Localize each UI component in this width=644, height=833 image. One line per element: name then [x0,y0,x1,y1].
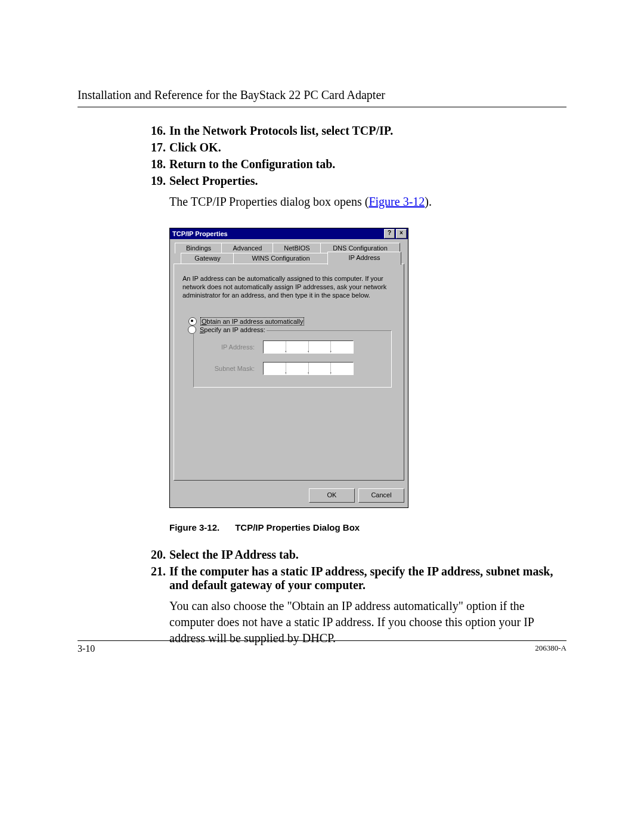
step-text: In the Network Protocols list, select TC… [169,124,393,138]
close-icon[interactable]: × [396,229,407,239]
tab-ipaddress[interactable]: IP Address [327,252,401,265]
subnet-mask-input[interactable] [263,362,354,375]
steps-block-2: 20.Select the IP Address tab. 21.If the … [78,548,566,592]
step-text: Select the IP Address tab. [169,548,299,562]
page-number: 3-10 [78,643,95,654]
ip-address-label: IP Address: [201,343,255,351]
radio-icon [188,326,196,334]
ok-button[interactable]: OK [309,488,355,503]
step-number: 16. [148,124,166,138]
step-number: 20. [148,548,166,562]
tab-advanced[interactable]: Advanced [221,243,274,253]
subnet-mask-label: Subnet Mask: [201,365,255,372]
running-header: Installation and Reference for the BaySt… [78,88,566,102]
step-text: Select Properties. [169,174,258,188]
figure-caption: Figure 3-12.TCP/IP Properties Dialog Box [169,522,566,532]
dialog-title: TCP/IP Properties [172,230,228,237]
step-number: 18. [148,157,166,171]
steps-block-1: 16.In the Network Protocols list, select… [78,124,566,188]
radio-specify[interactable]: Specify an IP address: [200,326,265,333]
panel-description: An IP address can be automatically assig… [182,275,395,299]
figure-dialog: TCP/IP Properties ? × Bindings Advanced … [169,228,566,508]
step-text: Return to the Configuration tab. [169,157,335,171]
document-number: 206380-A [535,643,566,654]
paragraph: The TCP/IP Properties dialog box opens (… [78,194,566,210]
page-footer: 3-10 206380-A [78,640,566,654]
header-rule [78,107,566,107]
specify-group: Specify an IP address: IP Address: Subne… [193,330,392,388]
paragraph: You can also choose the "Obtain an IP ad… [78,598,566,646]
step-number: 21. [148,565,166,592]
tab-netbios[interactable]: NetBIOS [273,243,321,253]
tcpip-dialog: TCP/IP Properties ? × Bindings Advanced … [169,228,408,508]
radio-obtain-auto[interactable]: Obtain an IP address automatically [188,317,395,326]
cancel-button[interactable]: Cancel [358,488,404,503]
help-icon[interactable]: ? [384,229,395,239]
tab-strip: Bindings Advanced NetBIOS DNS Configurat… [174,243,404,264]
tab-wins[interactable]: WINS Configuration [233,253,329,264]
step-text: If the computer has a static IP address,… [169,565,566,592]
figure-link[interactable]: Figure 3-12 [369,195,425,208]
step-number: 19. [148,174,166,188]
step-number: 17. [148,141,166,154]
tab-panel: An IP address can be automatically assig… [174,264,404,481]
dialog-titlebar: TCP/IP Properties ? × [170,228,408,239]
tab-bindings[interactable]: Bindings [175,243,222,253]
ip-address-input[interactable] [263,340,354,354]
tab-gateway[interactable]: Gateway [181,253,234,264]
step-text: Click OK. [169,141,221,154]
radio-label: Obtain an IP address automatically [200,317,304,326]
radio-icon [188,317,197,326]
